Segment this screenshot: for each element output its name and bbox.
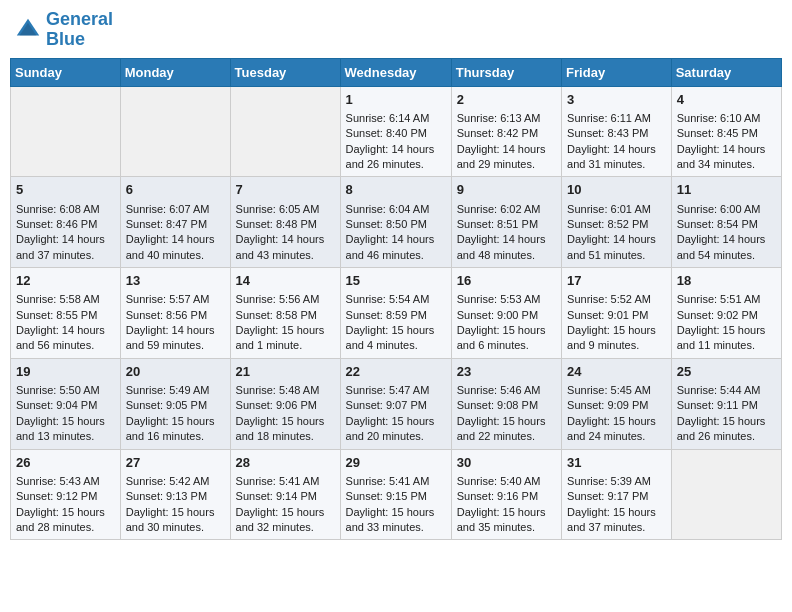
calendar-cell: 31Sunrise: 5:39 AMSunset: 9:17 PMDayligh… [562, 449, 672, 540]
day-info: Sunset: 8:54 PM [677, 217, 776, 232]
calendar-cell: 7Sunrise: 6:05 AMSunset: 8:48 PMDaylight… [230, 177, 340, 268]
day-info: and 26 minutes. [677, 429, 776, 444]
day-info: Sunrise: 5:54 AM [346, 292, 446, 307]
day-info: Sunset: 9:11 PM [677, 398, 776, 413]
calendar-cell: 17Sunrise: 5:52 AMSunset: 9:01 PMDayligh… [562, 268, 672, 359]
day-info: Sunset: 8:40 PM [346, 126, 446, 141]
day-info: Daylight: 15 hours [457, 505, 556, 520]
day-info: Daylight: 14 hours [346, 142, 446, 157]
calendar-week-2: 5Sunrise: 6:08 AMSunset: 8:46 PMDaylight… [11, 177, 782, 268]
calendar-cell: 21Sunrise: 5:48 AMSunset: 9:06 PMDayligh… [230, 358, 340, 449]
calendar-cell: 22Sunrise: 5:47 AMSunset: 9:07 PMDayligh… [340, 358, 451, 449]
day-info: Sunset: 9:00 PM [457, 308, 556, 323]
weekday-header-sunday: Sunday [11, 58, 121, 86]
day-info: Daylight: 14 hours [346, 232, 446, 247]
logo-text: GeneralBlue [46, 10, 113, 50]
calendar-cell: 3Sunrise: 6:11 AMSunset: 8:43 PMDaylight… [562, 86, 672, 177]
calendar-cell: 14Sunrise: 5:56 AMSunset: 8:58 PMDayligh… [230, 268, 340, 359]
day-info: Sunrise: 5:56 AM [236, 292, 335, 307]
day-info: and 34 minutes. [677, 157, 776, 172]
day-info: and 20 minutes. [346, 429, 446, 444]
day-info: Daylight: 15 hours [567, 414, 666, 429]
day-info: Daylight: 15 hours [457, 323, 556, 338]
calendar-cell: 5Sunrise: 6:08 AMSunset: 8:46 PMDaylight… [11, 177, 121, 268]
calendar-week-4: 19Sunrise: 5:50 AMSunset: 9:04 PMDayligh… [11, 358, 782, 449]
logo-icon [14, 16, 42, 44]
day-info: Sunrise: 6:01 AM [567, 202, 666, 217]
day-info: and 22 minutes. [457, 429, 556, 444]
day-info: and 24 minutes. [567, 429, 666, 444]
day-info: Sunset: 8:51 PM [457, 217, 556, 232]
day-info: Sunrise: 5:46 AM [457, 383, 556, 398]
calendar-cell: 16Sunrise: 5:53 AMSunset: 9:00 PMDayligh… [451, 268, 561, 359]
day-number: 8 [346, 181, 446, 199]
day-info: Sunrise: 6:14 AM [346, 111, 446, 126]
calendar-cell: 30Sunrise: 5:40 AMSunset: 9:16 PMDayligh… [451, 449, 561, 540]
day-info: Sunset: 9:08 PM [457, 398, 556, 413]
day-info: Sunset: 8:45 PM [677, 126, 776, 141]
day-number: 18 [677, 272, 776, 290]
calendar-cell: 4Sunrise: 6:10 AMSunset: 8:45 PMDaylight… [671, 86, 781, 177]
day-number: 27 [126, 454, 225, 472]
calendar-cell: 27Sunrise: 5:42 AMSunset: 9:13 PMDayligh… [120, 449, 230, 540]
day-info: Daylight: 15 hours [677, 414, 776, 429]
day-number: 15 [346, 272, 446, 290]
day-info: Daylight: 15 hours [567, 323, 666, 338]
calendar-cell: 29Sunrise: 5:41 AMSunset: 9:15 PMDayligh… [340, 449, 451, 540]
calendar-cell [11, 86, 121, 177]
day-info: and 16 minutes. [126, 429, 225, 444]
weekday-header-monday: Monday [120, 58, 230, 86]
weekday-header-thursday: Thursday [451, 58, 561, 86]
day-info: and 13 minutes. [16, 429, 115, 444]
day-number: 3 [567, 91, 666, 109]
calendar-cell: 19Sunrise: 5:50 AMSunset: 9:04 PMDayligh… [11, 358, 121, 449]
calendar-cell: 8Sunrise: 6:04 AMSunset: 8:50 PMDaylight… [340, 177, 451, 268]
weekday-header-saturday: Saturday [671, 58, 781, 86]
day-info: and 46 minutes. [346, 248, 446, 263]
day-info: Sunrise: 5:50 AM [16, 383, 115, 398]
day-info: Daylight: 14 hours [126, 232, 225, 247]
day-info: Sunrise: 5:57 AM [126, 292, 225, 307]
day-number: 12 [16, 272, 115, 290]
day-info: Sunset: 9:14 PM [236, 489, 335, 504]
day-number: 14 [236, 272, 335, 290]
day-info: Sunrise: 5:48 AM [236, 383, 335, 398]
day-info: and 31 minutes. [567, 157, 666, 172]
day-number: 20 [126, 363, 225, 381]
page-header: GeneralBlue [10, 10, 782, 50]
day-info: Sunrise: 5:47 AM [346, 383, 446, 398]
calendar-cell: 23Sunrise: 5:46 AMSunset: 9:08 PMDayligh… [451, 358, 561, 449]
calendar-cell [671, 449, 781, 540]
day-info: Daylight: 15 hours [346, 505, 446, 520]
calendar-table: SundayMondayTuesdayWednesdayThursdayFrid… [10, 58, 782, 541]
calendar-cell: 12Sunrise: 5:58 AMSunset: 8:55 PMDayligh… [11, 268, 121, 359]
day-info: Daylight: 14 hours [236, 232, 335, 247]
day-info: Sunrise: 6:08 AM [16, 202, 115, 217]
day-info: Daylight: 14 hours [457, 142, 556, 157]
day-info: Daylight: 14 hours [16, 232, 115, 247]
calendar-cell: 1Sunrise: 6:14 AMSunset: 8:40 PMDaylight… [340, 86, 451, 177]
day-info: Sunrise: 5:41 AM [236, 474, 335, 489]
day-info: Sunset: 9:07 PM [346, 398, 446, 413]
day-info: and 18 minutes. [236, 429, 335, 444]
day-number: 4 [677, 91, 776, 109]
day-info: Daylight: 15 hours [346, 323, 446, 338]
day-number: 22 [346, 363, 446, 381]
day-info: and 6 minutes. [457, 338, 556, 353]
day-info: Sunrise: 6:11 AM [567, 111, 666, 126]
day-info: Daylight: 14 hours [677, 232, 776, 247]
day-info: Daylight: 15 hours [236, 414, 335, 429]
day-info: Sunset: 8:59 PM [346, 308, 446, 323]
day-info: Daylight: 14 hours [567, 232, 666, 247]
day-info: and 43 minutes. [236, 248, 335, 263]
calendar-cell: 13Sunrise: 5:57 AMSunset: 8:56 PMDayligh… [120, 268, 230, 359]
day-info: and 56 minutes. [16, 338, 115, 353]
day-info: and 30 minutes. [126, 520, 225, 535]
day-info: Sunrise: 6:00 AM [677, 202, 776, 217]
day-info: Sunset: 9:13 PM [126, 489, 225, 504]
day-info: Daylight: 15 hours [16, 505, 115, 520]
day-info: Sunset: 9:17 PM [567, 489, 666, 504]
day-info: and 48 minutes. [457, 248, 556, 263]
calendar-cell: 6Sunrise: 6:07 AMSunset: 8:47 PMDaylight… [120, 177, 230, 268]
day-info: Daylight: 15 hours [677, 323, 776, 338]
